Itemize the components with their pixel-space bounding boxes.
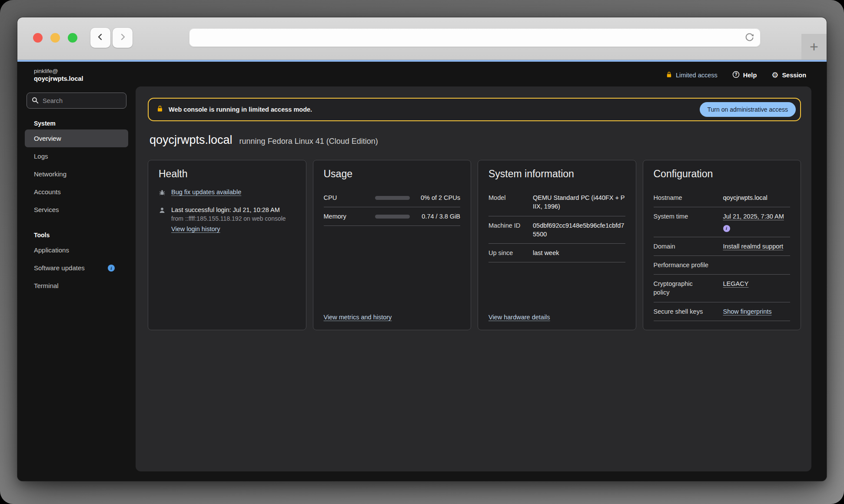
hostname-value: qoycjrwpts.local xyxy=(723,193,791,202)
sidebar-item-terminal[interactable]: Terminal xyxy=(25,277,128,295)
overview-page: Web console is running in limited access… xyxy=(136,86,811,471)
nav-section-tools: Tools xyxy=(25,232,128,239)
help-label: Help xyxy=(743,72,757,79)
sidebar-item-services[interactable]: Services xyxy=(25,201,128,219)
system-time-link[interactable]: Jul 21, 2025, 7:30 AM xyxy=(723,212,784,221)
chevron-right-icon xyxy=(117,32,128,44)
memory-usage-row: Memory 0.74 / 3.8 GiB xyxy=(324,207,461,226)
page-heading: qoycjrwpts.local running Fedora Linux 41… xyxy=(150,133,801,147)
logged-in-identity: pinklife@ qoycjrwpts.local xyxy=(34,67,83,83)
configuration-title: Configuration xyxy=(654,168,791,180)
configuration-card: Configuration Hostname qoycjrwpts.local … xyxy=(643,160,801,330)
memory-value: 0.74 / 3.8 GiB xyxy=(410,213,461,220)
info-circle-icon[interactable]: i xyxy=(723,225,730,232)
hostname: qoycjrwpts.local xyxy=(34,75,83,83)
cryptographic-policy-row: Cryptographic policy LEGACY xyxy=(654,275,791,302)
system-information-card: System information Model QEMU Standard P… xyxy=(478,160,636,330)
zoom-window-button[interactable] xyxy=(68,33,77,43)
new-tab-button[interactable]: + xyxy=(801,34,827,60)
bug-icon xyxy=(159,189,166,198)
limited-access-indicator[interactable]: Limited access xyxy=(666,71,718,79)
up-since-row: Up since last week xyxy=(488,244,625,262)
view-login-history-link[interactable]: View login history xyxy=(171,225,220,232)
model-row: Model QEMU Standard PC (i440FX + PIIX, 1… xyxy=(488,189,625,216)
browser-window: + pinklife@ qoycjrwpts.local Limited acc… xyxy=(17,17,827,481)
secure-shell-keys-row: Secure shell keys Show fingerprints xyxy=(654,302,791,321)
info-circle-icon[interactable]: i xyxy=(108,265,115,272)
health-title: Health xyxy=(159,168,296,180)
cpu-label: CPU xyxy=(324,194,375,201)
sidebar-item-logs[interactable]: Logs xyxy=(25,147,128,165)
cpu-value: 0% of 2 CPUs xyxy=(410,194,461,201)
install-realmd-link[interactable]: Install realmd support xyxy=(723,243,784,250)
reload-button[interactable] xyxy=(744,32,755,43)
hostname-row: Hostname qoycjrwpts.local xyxy=(654,189,791,207)
limited-access-alert: Web console is running in limited access… xyxy=(148,98,801,121)
lock-icon xyxy=(666,71,672,79)
machine-id-row: Machine ID 05dbf692cc9148e5b96cfe1cbfd75… xyxy=(488,216,625,244)
domain-row: Domain Install realmd support xyxy=(654,237,791,256)
svg-text:?: ? xyxy=(734,72,737,77)
back-button[interactable] xyxy=(90,28,110,48)
crypto-policy-link[interactable]: LEGACY xyxy=(723,280,749,287)
show-fingerprints-link[interactable]: Show fingerprints xyxy=(723,308,772,315)
address-bar[interactable] xyxy=(189,28,761,47)
cpu-usage-row: CPU 0% of 2 CPUs xyxy=(324,189,461,207)
minimize-window-button[interactable] xyxy=(50,33,60,43)
memory-label: Memory xyxy=(324,213,375,220)
cockpit-app: pinklife@ qoycjrwpts.local Limited acces… xyxy=(17,62,827,481)
question-circle-icon: ? xyxy=(732,71,740,80)
limited-access-label: Limited access xyxy=(676,72,718,79)
turn-on-admin-access-button[interactable]: Turn on administrative access xyxy=(700,102,796,117)
performance-profile-row: Performance profile xyxy=(654,256,791,275)
last-login-origin: from ::ffff:185.155.118.192 on web conso… xyxy=(171,215,286,222)
system-time-row: System time Jul 21, 2025, 7:30 AM i xyxy=(654,207,791,237)
bug-fix-updates-link[interactable]: Bug fix updates available xyxy=(171,189,241,198)
last-login-text: Last successful login: Jul 21, 10:28 AM xyxy=(171,206,286,213)
chevron-left-icon xyxy=(95,32,106,44)
memory-progress-bar xyxy=(375,215,410,219)
masthead: pinklife@ qoycjrwpts.local Limited acces… xyxy=(17,62,827,86)
window-controls xyxy=(33,33,77,43)
sidebar-item-software-updates[interactable]: Software updates i xyxy=(25,259,128,277)
sidebar-item-overview[interactable]: Overview xyxy=(25,129,128,147)
help-menu[interactable]: ? Help xyxy=(732,71,757,80)
session-menu[interactable]: ⚙︎ Session xyxy=(771,71,806,79)
accent-line xyxy=(17,60,827,62)
gear-icon: ⚙︎ xyxy=(771,71,778,79)
close-window-button[interactable] xyxy=(33,33,43,43)
username: pinklife@ xyxy=(34,67,83,75)
forward-button[interactable] xyxy=(113,28,133,48)
sidebar-item-networking[interactable]: Networking xyxy=(25,165,128,183)
sidebar-item-applications[interactable]: Applications xyxy=(25,241,128,259)
page-subtitle: running Fedora Linux 41 (Cloud Edition) xyxy=(239,137,378,146)
nav-section-system: System xyxy=(25,120,128,127)
user-icon xyxy=(159,206,166,233)
alert-message: Web console is running in limited access… xyxy=(169,106,312,113)
desktop-background: + pinklife@ qoycjrwpts.local Limited acc… xyxy=(0,0,844,504)
cpu-progress-bar xyxy=(375,196,410,200)
browser-toolbar: + xyxy=(17,17,827,60)
usage-title: Usage xyxy=(324,168,461,180)
view-hardware-details-link[interactable]: View hardware details xyxy=(488,314,550,321)
session-label: Session xyxy=(782,72,806,79)
health-card: Health Bug fix updates available xyxy=(148,160,306,330)
lock-icon xyxy=(156,105,163,114)
system-information-title: System information xyxy=(488,168,625,180)
sidebar: System Overview Logs Networking Accounts xyxy=(17,86,136,481)
sidebar-item-accounts[interactable]: Accounts xyxy=(25,183,128,201)
usage-card: Usage CPU 0% of 2 CPUs Memory xyxy=(313,160,472,330)
view-metrics-link[interactable]: View metrics and history xyxy=(324,314,392,321)
search-input[interactable] xyxy=(27,93,126,109)
page-title: qoycjrwpts.local xyxy=(150,133,233,147)
search-icon xyxy=(32,97,39,104)
